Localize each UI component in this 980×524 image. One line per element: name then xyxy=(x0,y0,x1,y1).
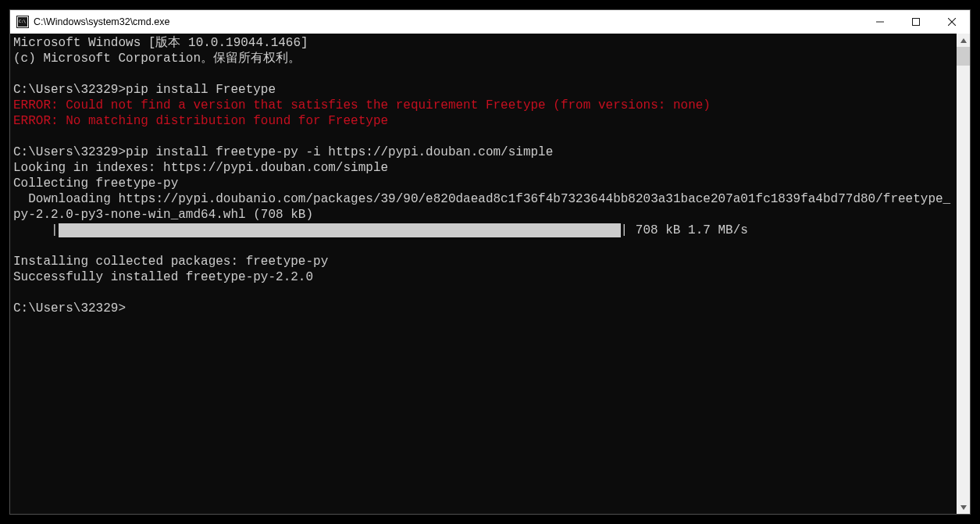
prompt: C:\Users\32329> xyxy=(13,83,126,97)
minimize-button[interactable] xyxy=(862,10,898,34)
client-area: Microsoft Windows [版本 10.0.19044.1466] (… xyxy=(10,34,970,514)
output-line: Collecting freetype-py xyxy=(13,176,178,191)
scroll-up-button[interactable] xyxy=(957,34,970,47)
window-title: C:\Windows\system32\cmd.exe xyxy=(34,16,862,27)
progress-row: || 708 kB 1.7 MB/s xyxy=(13,223,957,238)
svg-text:C:\: C:\ xyxy=(19,19,26,23)
output-line: Successfully installed freetype-py-2.2.0 xyxy=(13,270,313,284)
scrollbar-thumb[interactable] xyxy=(957,47,970,66)
titlebar[interactable]: C:\ C:\Windows\system32\cmd.exe xyxy=(10,10,970,34)
prompt: C:\Users\32329> xyxy=(13,301,126,315)
progress-lead: | xyxy=(13,223,59,238)
scroll-down-button[interactable] xyxy=(957,501,970,514)
cmd-icon: C:\ xyxy=(16,16,29,28)
output-line: Looking in indexes: https://pypi.douban.… xyxy=(13,161,388,175)
svg-marker-8 xyxy=(960,38,967,43)
close-button[interactable] xyxy=(934,10,970,34)
error-line: ERROR: No matching distribution found fo… xyxy=(13,114,388,128)
error-line: ERROR: Could not find a version that sat… xyxy=(13,98,711,112)
copyright-line: (c) Microsoft Corporation。保留所有权利。 xyxy=(13,52,301,66)
command-text: pip install Freetype xyxy=(126,83,276,97)
vertical-scrollbar[interactable] xyxy=(957,34,970,514)
cmd-window: C:\ C:\Windows\system32\cmd.exe Microsof… xyxy=(9,9,971,515)
output-line: Installing collected packages: freetype-… xyxy=(13,255,328,269)
progress-bar xyxy=(59,223,621,237)
os-version-line: Microsoft Windows [版本 10.0.19044.1466] xyxy=(13,36,308,50)
window-controls xyxy=(862,10,970,34)
output-line: Downloading https://pypi.doubanio.com/pa… xyxy=(13,192,950,222)
terminal-output[interactable]: Microsoft Windows [版本 10.0.19044.1466] (… xyxy=(10,34,957,514)
command-text: pip install freetype-py -i https://pypi.… xyxy=(126,145,553,159)
maximize-button[interactable] xyxy=(898,10,934,34)
svg-marker-9 xyxy=(960,505,967,510)
scrollbar-track[interactable] xyxy=(957,47,970,501)
progress-tail: | 708 kB 1.7 MB/s xyxy=(621,223,748,238)
prompt: C:\Users\32329> xyxy=(13,145,126,159)
svg-rect-5 xyxy=(913,19,920,26)
